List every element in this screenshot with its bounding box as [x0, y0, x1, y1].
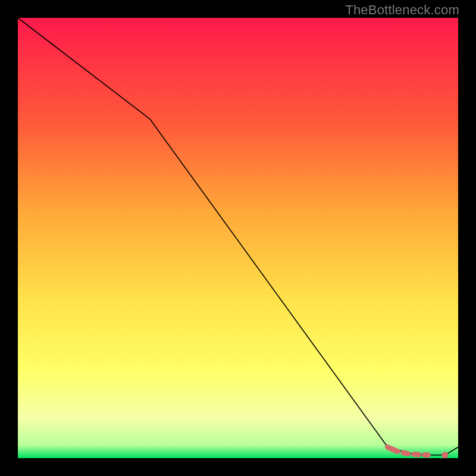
optimal-point-marker	[441, 452, 448, 458]
chart-svg	[0, 0, 476, 476]
plot-area	[18, 18, 458, 458]
chart-frame: TheBottleneck.com	[0, 0, 476, 476]
